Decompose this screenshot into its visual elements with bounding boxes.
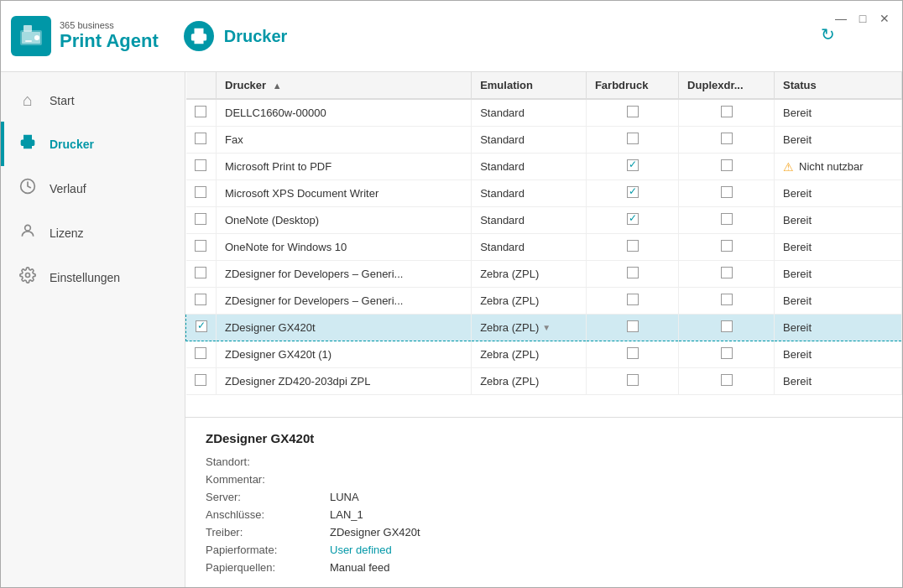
row-status: Bereit <box>775 261 902 288</box>
row-checkbox[interactable] <box>196 320 207 332</box>
sidebar-item-start[interactable]: ⌂ Start <box>1 79 185 122</box>
row-checkbox[interactable] <box>195 106 206 117</box>
table-row[interactable]: OneNote (Desktop)StandardBereit <box>186 207 902 234</box>
maximize-button[interactable]: □ <box>855 11 870 26</box>
row-status: ⚠Nicht nutzbar <box>775 154 902 180</box>
table-row[interactable]: ZDesigner ZD420-203dpi ZPLZebra (ZPL)Ber… <box>186 368 902 395</box>
row-emulation: Standard <box>472 99 587 127</box>
svg-point-7 <box>26 273 30 278</box>
duplexdr-checkbox[interactable] <box>721 267 733 278</box>
detail-label: Server: <box>206 491 323 503</box>
sidebar-item-einstellungen[interactable]: Einstellungen <box>1 255 185 299</box>
row-drucker: DELLC1660w-00000 <box>217 99 472 127</box>
farbdruck-checkbox[interactable] <box>627 106 639 117</box>
row-checkbox-cell <box>186 261 217 288</box>
row-checkbox[interactable] <box>195 159 206 171</box>
sidebar-item-drucker[interactable]: Drucker <box>1 122 185 166</box>
row-checkbox[interactable] <box>195 133 206 144</box>
row-checkbox[interactable] <box>195 213 206 225</box>
row-checkbox-cell <box>186 99 217 127</box>
farbdruck-checkbox[interactable] <box>627 133 639 144</box>
sidebar-item-lizenz-label: Lizenz <box>50 226 83 240</box>
duplexdr-checkbox[interactable] <box>721 294 733 305</box>
row-drucker: ZDesigner for Developers – Generi... <box>217 261 472 288</box>
duplexdr-checkbox[interactable] <box>721 213 733 225</box>
detail-value: Manual feed <box>330 561 882 574</box>
app-title-block: 365 business Print Agent <box>60 20 159 52</box>
row-checkbox[interactable] <box>195 294 206 305</box>
table-row[interactable]: OneNote for Windows 10StandardBereit <box>186 234 902 261</box>
row-checkbox[interactable] <box>195 267 206 278</box>
row-checkbox[interactable] <box>195 240 206 252</box>
minimize-button[interactable]: — <box>833 11 848 26</box>
sidebar-item-verlauf[interactable]: Verlauf <box>1 166 185 211</box>
duplexdr-checkbox[interactable] <box>721 320 733 332</box>
duplexdr-checkbox[interactable] <box>721 374 733 386</box>
row-farbdruck <box>586 234 678 261</box>
close-button[interactable]: ✕ <box>877 11 892 26</box>
row-emulation: Standard <box>472 207 587 234</box>
duplexdr-checkbox[interactable] <box>721 133 733 144</box>
table-body: DELLC1660w-00000StandardBereitFaxStandar… <box>186 99 902 395</box>
app-logo: 365 business Print Agent <box>11 16 159 56</box>
printer-table-container[interactable]: Drucker ▲ Emulation Farbdruck Duplexdr..… <box>185 72 902 418</box>
settings-icon <box>18 267 38 288</box>
col-duplexdr[interactable]: Duplexdr... <box>679 72 775 99</box>
table-row[interactable]: Microsoft Print to PDFStandard⚠Nicht nut… <box>186 154 902 180</box>
col-drucker[interactable]: Drucker ▲ <box>217 72 472 99</box>
row-status: Bereit <box>775 288 902 315</box>
table-row[interactable]: ZDesigner for Developers – Generi...Zebr… <box>186 261 902 288</box>
farbdruck-checkbox[interactable] <box>627 159 639 171</box>
detail-label: Papierquellen: <box>206 561 323 574</box>
row-farbdruck <box>586 127 678 154</box>
row-checkbox[interactable] <box>195 374 206 386</box>
row-duplexdr <box>679 288 775 315</box>
farbdruck-checkbox[interactable] <box>627 240 639 252</box>
row-drucker: Microsoft Print to PDF <box>217 154 472 180</box>
row-checkbox[interactable] <box>195 347 206 359</box>
sidebar-item-drucker-label: Drucker <box>50 138 94 151</box>
table-row[interactable]: ZDesigner GX420tZebra (ZPL) ▼Bereit <box>186 315 902 341</box>
main-layout: ⌂ Start Drucker Verlauf <box>1 72 902 587</box>
sidebar-item-lizenz[interactable]: Lizenz <box>1 211 185 255</box>
row-status: Bereit <box>775 341 902 368</box>
table-row[interactable]: ZDesigner GX420t (1)Zebra (ZPL)Bereit <box>186 341 902 368</box>
printer-table: Drucker ▲ Emulation Farbdruck Duplexdr..… <box>185 72 902 395</box>
col-duplexdr-label: Duplexdr... <box>687 79 743 91</box>
duplexdr-checkbox[interactable] <box>721 347 733 359</box>
farbdruck-checkbox[interactable] <box>627 347 639 359</box>
farbdruck-checkbox[interactable] <box>627 213 639 225</box>
detail-value: ZDesigner GX420t <box>330 526 882 539</box>
duplexdr-checkbox[interactable] <box>721 240 733 252</box>
farbdruck-checkbox[interactable] <box>627 186 639 198</box>
refresh-button[interactable]: ↻ <box>821 24 835 44</box>
row-farbdruck <box>586 288 678 315</box>
col-select <box>186 72 217 99</box>
row-duplexdr <box>679 127 775 154</box>
table-row[interactable]: FaxStandardBereit <box>186 127 902 154</box>
col-farbdruck-label: Farbdruck <box>595 79 649 91</box>
duplexdr-checkbox[interactable] <box>721 159 733 171</box>
farbdruck-checkbox[interactable] <box>627 267 639 278</box>
row-emulation: Standard <box>472 180 587 207</box>
farbdruck-checkbox[interactable] <box>627 374 639 386</box>
table-row[interactable]: Microsoft XPS Document WriterStandardBer… <box>186 180 902 207</box>
farbdruck-checkbox[interactable] <box>627 294 639 305</box>
table-row[interactable]: ZDesigner for Developers – Generi...Zebr… <box>186 288 902 315</box>
row-duplexdr <box>679 368 775 395</box>
row-emulation[interactable]: Zebra (ZPL) ▼ <box>472 315 587 341</box>
duplexdr-checkbox[interactable] <box>721 186 733 198</box>
col-status[interactable]: Status <box>775 72 902 99</box>
row-drucker: ZDesigner GX420t <box>217 315 472 341</box>
sort-icon: ▲ <box>273 81 282 91</box>
svg-rect-2 <box>23 25 32 32</box>
farbdruck-checkbox[interactable] <box>627 320 639 332</box>
svg-point-6 <box>25 225 31 231</box>
row-drucker: ZDesigner GX420t (1) <box>217 341 472 368</box>
col-emulation[interactable]: Emulation <box>472 72 587 99</box>
col-farbdruck[interactable]: Farbdruck <box>586 72 678 99</box>
row-duplexdr <box>679 99 775 127</box>
row-checkbox[interactable] <box>195 186 206 198</box>
table-row[interactable]: DELLC1660w-00000StandardBereit <box>186 99 902 127</box>
duplexdr-checkbox[interactable] <box>721 106 733 117</box>
